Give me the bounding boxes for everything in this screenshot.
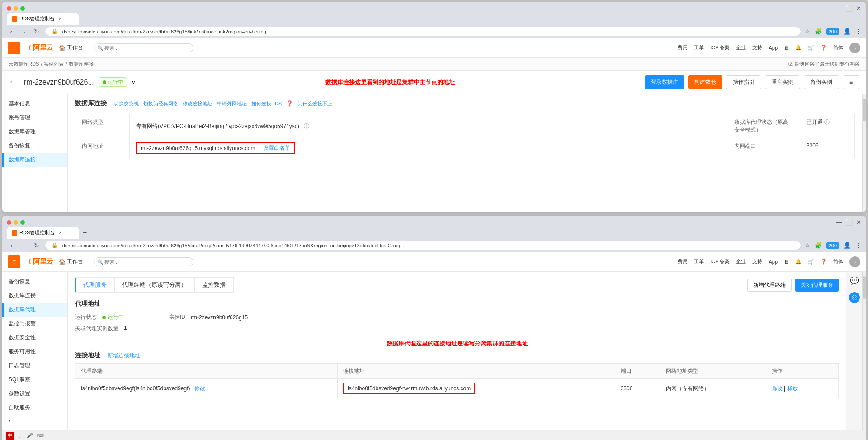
w2-sidebar-log[interactable]: 日志管理 xyxy=(2,359,67,373)
forward-btn[interactable]: › xyxy=(19,27,28,36)
hamburger-menu[interactable]: ≡ xyxy=(8,42,20,54)
sidebar-item-basic[interactable]: 基本信息 xyxy=(2,97,67,111)
breadcrumb-rds[interactable]: 云数据库RDS xyxy=(9,61,39,67)
new-tab-btn[interactable]: + xyxy=(80,13,90,25)
link-how-connect[interactable]: 如何连接RDS xyxy=(251,100,282,107)
extension-icon[interactable]: 🧩 xyxy=(815,28,822,35)
window-restore-icon[interactable]: ⬜ xyxy=(845,5,853,12)
action-release-link[interactable]: 释放 xyxy=(787,385,798,392)
w2-hamburger-menu[interactable]: ≡ xyxy=(8,255,20,268)
avatar[interactable]: U xyxy=(849,43,860,53)
w2-sidebar-monitor[interactable]: 监控与报警 xyxy=(2,317,67,331)
w2-maximize-btn[interactable] xyxy=(20,220,25,225)
maximize-btn[interactable] xyxy=(20,6,25,11)
w2-minimize-icon[interactable]: — xyxy=(836,219,842,226)
w2-workbench-link[interactable]: 🏠 工作台 xyxy=(59,258,83,265)
screen-icon[interactable]: 🖥 xyxy=(784,45,789,51)
breadcrumb-instances[interactable]: 实例列表 xyxy=(44,61,64,67)
dropdown-arrow[interactable]: ∨ xyxy=(132,79,136,85)
w2-nav-gongdan[interactable]: 工单 xyxy=(694,258,704,265)
modify-endpoint-link[interactable]: 修改 xyxy=(194,385,205,392)
w2-tab-close-btn[interactable]: ✕ xyxy=(57,230,63,236)
w2-close-btn[interactable] xyxy=(7,220,11,225)
workbench-link[interactable]: 🏠 工作台 xyxy=(59,44,83,52)
login-db-btn[interactable]: 登录数据库 xyxy=(645,75,684,89)
build-warehouse-btn[interactable]: 构建数仓 xyxy=(688,75,722,89)
link-modify-conn[interactable]: 修改连接地址 xyxy=(183,100,212,107)
sidebar-item-db-manage[interactable]: 数据库管理 xyxy=(2,125,67,139)
nav-icp[interactable]: ICP 备案 xyxy=(710,44,730,51)
proxy-tab-monitor[interactable]: 监控数据 xyxy=(194,278,233,292)
action-modify-link[interactable]: 修改 xyxy=(772,385,783,392)
bell-icon[interactable]: 🔔 xyxy=(795,45,802,51)
w2-bookmark-icon[interactable]: ☆ xyxy=(805,242,810,249)
link-switch-vswitch[interactable]: 切换交换机 xyxy=(114,100,139,107)
bookmark-icon[interactable]: ☆ xyxy=(805,28,810,35)
w2-bell-icon[interactable]: 🔔 xyxy=(795,259,802,265)
proxy-tab-endpoint[interactable]: 代理终端（原读写分离） xyxy=(114,278,194,292)
w2-scroll-thumb[interactable] xyxy=(863,276,866,299)
add-conn-addr-link[interactable]: 新增连接地址 xyxy=(108,352,140,360)
backup-btn[interactable]: 备份实例 xyxy=(804,75,839,89)
w2-nav-qiye[interactable]: 企业 xyxy=(736,258,746,265)
lang-label[interactable]: 简体 xyxy=(833,44,843,51)
nav-zhichi[interactable]: 支持 xyxy=(752,44,762,51)
w2-sidebar-params[interactable]: 参数设置 xyxy=(2,387,67,401)
restart-btn[interactable]: 重启实例 xyxy=(765,75,800,89)
w2-extension-icon[interactable]: 🧩 xyxy=(815,242,822,249)
w2-scrollbar[interactable] xyxy=(862,272,866,430)
help-icon[interactable]: ❓ xyxy=(821,45,827,51)
window-minimize-icon[interactable]: — xyxy=(836,5,842,12)
w2-nav-app[interactable]: App xyxy=(769,259,778,265)
back-arrow-icon[interactable]: ← xyxy=(9,77,17,87)
w2-active-tab[interactable]: RDS管理控制台 ✕ xyxy=(7,227,79,239)
add-proxy-endpoint-btn[interactable]: 新增代理终端 xyxy=(747,279,792,292)
set-whitelist-link[interactable]: 设置白名单 xyxy=(263,144,290,152)
w2-sidebar-expand[interactable]: ‹ xyxy=(2,415,67,427)
w2-sidebar-db-conn[interactable]: 数据库连接 xyxy=(2,289,67,303)
w2-nav-icp[interactable]: ICP 备案 xyxy=(710,258,730,265)
nav-app[interactable]: App xyxy=(769,45,778,51)
operation-guide-btn[interactable]: 操作指引 xyxy=(726,75,761,89)
close-proxy-service-btn[interactable]: 关闭代理服务 xyxy=(795,279,839,292)
w2-avatar[interactable]: U xyxy=(849,256,860,267)
proxy-info-icon[interactable]: ⓘ xyxy=(824,119,830,125)
nav-feiyong[interactable]: 费用 xyxy=(678,44,688,51)
refresh-btn[interactable]: ↻ xyxy=(32,27,41,36)
link-switch-classic[interactable]: 切换为经典网络 xyxy=(143,100,178,107)
w2-sidebar-backup[interactable]: 备份恢复 xyxy=(2,274,67,289)
nav-gongdan[interactable]: 工单 xyxy=(694,44,704,51)
link-why-fail[interactable]: 为什么连接不上 xyxy=(297,100,332,107)
more-btn[interactable]: ≡ xyxy=(843,75,859,89)
w2-minimize-btn[interactable] xyxy=(14,220,18,225)
w2-sidebar-sql[interactable]: SQL洞察 xyxy=(2,373,67,387)
scrollbar[interactable] xyxy=(862,94,866,212)
w2-user-icon[interactable]: 👤 xyxy=(844,242,851,249)
share-icon[interactable]: ⚇ xyxy=(849,292,860,303)
sidebar-item-db-conn[interactable]: 数据库连接 xyxy=(2,153,67,167)
sidebar-item-account[interactable]: 账号管理 xyxy=(2,111,67,125)
w2-nav-zhichi[interactable]: 支持 xyxy=(752,258,762,265)
tab-close-btn[interactable]: ✕ xyxy=(57,16,63,22)
link-apply-public[interactable]: 申请外网地址 xyxy=(217,100,247,107)
w2-menu-icon[interactable]: ⋮ xyxy=(855,242,861,249)
w2-sidebar-security[interactable]: 数据安全性 xyxy=(2,331,67,345)
w2-sidebar-db-proxy[interactable]: 数据库代理 xyxy=(2,303,67,317)
w2-lang-label[interactable]: 简体 xyxy=(833,258,843,265)
search-input[interactable] xyxy=(94,43,193,52)
w2-sidebar-availability[interactable]: 服务可用性 xyxy=(2,345,67,359)
w2-close-icon[interactable]: ✕ xyxy=(856,219,861,226)
w2-new-tab-btn[interactable]: + xyxy=(80,227,90,239)
w2-back-btn[interactable]: ‹ xyxy=(7,241,16,250)
w2-restore-icon[interactable]: ⬜ xyxy=(845,219,853,226)
migrate-link[interactable]: ② 经典网络平滑迁移到专有网络 xyxy=(788,61,859,67)
window-close-icon[interactable]: ✕ xyxy=(856,5,861,12)
cart-icon[interactable]: 🛒 xyxy=(808,45,814,51)
scroll-thumb[interactable] xyxy=(863,99,866,121)
task-icon2[interactable]: ⌨ xyxy=(37,433,44,439)
active-tab[interactable]: RDS管理控制台 ✕ xyxy=(7,13,79,25)
task-icon1[interactable]: 🎤 xyxy=(27,433,33,439)
w2-refresh-btn[interactable]: ↻ xyxy=(32,241,41,250)
w2-nav-feiyong[interactable]: 费用 xyxy=(678,258,688,265)
w2-search-input[interactable] xyxy=(94,257,193,266)
